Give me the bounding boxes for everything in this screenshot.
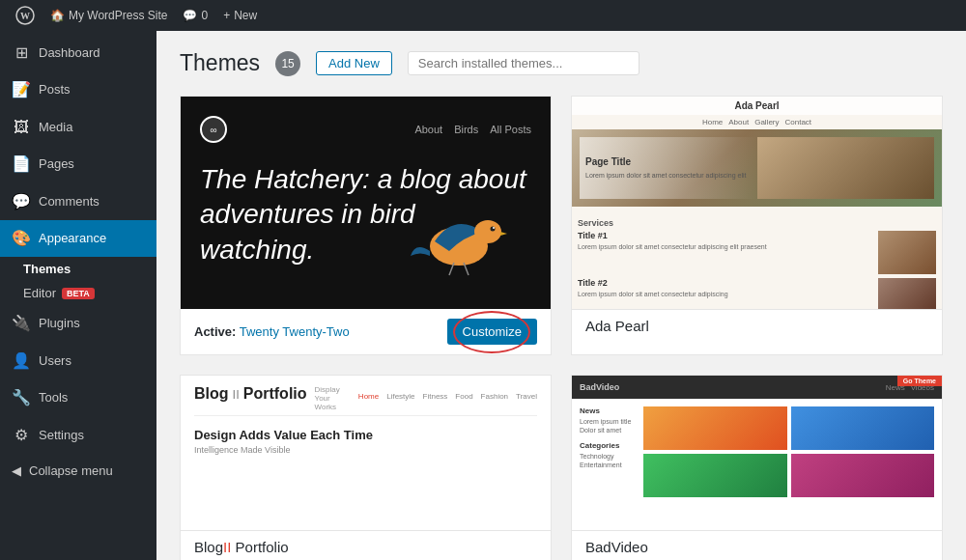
portfolio-text: Portfolio [231,539,288,555]
theme-card-ada-pearl[interactable]: Ada Pearl Home About Gallery Contact Pag… [571,96,943,355]
theme-footer-twenty-twenty-two: Active: Twenty Twenty-Two Customize [181,309,551,354]
ada-pearl-text-2: Lorem ipsum dolor sit amet consectetur a… [578,290,872,299]
sidebar-item-comments[interactable]: 💬 Comments [0,183,156,220]
bp-nav-fitness: Fitness [423,392,448,401]
sidebar-item-posts[interactable]: 📝 Posts [0,71,156,108]
theme-card-twenty-twenty-two[interactable]: ∞ About Birds All Posts The Hatchery: a … [180,96,552,355]
comments-button[interactable]: 💬 0 [175,0,215,31]
themes-count-badge: 15 [275,51,300,76]
sidebar-item-dashboard[interactable]: ⊞ Dashboard [0,35,156,71]
sidebar-sub-item-themes[interactable]: Themes [0,257,156,281]
collapse-menu-button[interactable]: ◀ Collapse menu [0,454,156,488]
page-header: Themes 15 Add New [180,50,943,76]
users-label: Users [39,352,71,370]
nav-about: About [414,124,442,135]
bv-banner-text: Go Theme [897,376,942,386]
nav-birds: Birds [454,124,478,135]
settings-icon: ⚙ [12,425,31,446]
posts-label: Posts [39,81,71,98]
bp-name: Portfolio [243,385,307,403]
bp-divider [194,415,537,416]
theme-nav-links: About Birds All Posts [414,124,531,135]
home-icon: 🏠 [50,9,65,22]
new-label: New [234,9,257,22]
sidebar-sub-item-editor[interactable]: Editor beta [0,281,156,305]
bp-nav-travel: Travel [516,392,537,401]
theme-nav: ∞ About Birds All Posts [200,116,531,143]
dashboard-icon: ⊞ [12,42,31,64]
customize-button[interactable]: Customize [447,319,537,345]
ada-pearl-row-1: Title #1 Lorem ipsum dolor sit amet cons… [578,231,936,274]
bv-logo-text: BadVideo [580,382,619,392]
bv-thumbnail-3 [643,454,787,497]
bp-article-sub: Intelligence Made Visible [194,445,537,455]
customize-btn-wrapper: Customize [447,319,537,345]
sidebar: ⊞ Dashboard 📝 Posts 🖼 Media 📄 Pages 💬 Co… [0,31,156,560]
theme-card-blog-portfolio[interactable]: Blog II Portfolio Display Your Works Hom… [180,375,552,560]
sidebar-item-pages[interactable]: 📄 Pages [0,146,156,182]
theme-name-footer-blog-portfolio: BlogII Portfolio [181,530,551,560]
theme-active-label: Active: Twenty Twenty-Two [194,324,350,339]
add-new-button[interactable]: Add New [316,51,392,75]
bv-categories-label: Categories [580,441,638,450]
sidebar-item-plugins[interactable]: 🔌 Plugins [0,305,156,342]
nav-item-1: Home [702,118,723,126]
sidebar-item-users[interactable]: 👤 Users [0,343,156,379]
sidebar-item-appearance[interactable]: 🎨 Appearance [0,220,156,257]
theme-preview-twenty-twenty-two: ∞ About Birds All Posts The Hatchery: a … [181,97,551,309]
pages-label: Pages [39,155,74,173]
bp-logo-text: Blog [194,385,229,403]
bv-thumbnail-4 [791,454,935,497]
collapse-menu-label: Collapse menu [29,463,113,478]
sidebar-item-settings[interactable]: ⚙ Settings [0,417,156,454]
bv-thumbnail-1 [643,406,787,450]
pages-icon: 📄 [12,154,31,175]
ada-pearl-title2: Title #2 [578,278,872,288]
page-title: Themes [180,50,260,76]
comments-label: Comments [39,193,99,210]
ada-pearl-content: Services Title #1 Lorem ipsum dolor sit … [572,207,942,309]
site-name-button[interactable]: 🏠 My WordPress Site [43,0,175,31]
ada-pearl-portrait [757,137,935,199]
ada-pearl-services-label: Services [578,218,936,228]
bp-nav-food: Food [455,392,472,401]
bp-nav-home: Home [358,392,379,401]
search-themes-input[interactable] [408,51,639,75]
media-icon: 🖼 [12,117,31,138]
bird-illustration [396,183,522,280]
nav-item-3: Gallery [754,118,779,126]
sidebar-item-media[interactable]: 🖼 Media [0,109,156,146]
tools-label: Tools [39,389,68,406]
bv-news-item-1: Lorem ipsum title [580,418,638,425]
tools-icon: 🔧 [12,387,31,408]
svg-text:W: W [20,11,30,21]
theme-preview-ada-pearl: Ada Pearl Home About Gallery Contact Pag… [572,97,942,309]
theme-nav-logo: ∞ [200,116,227,143]
active-theme-name: Twenty Twenty-Two [240,324,350,339]
theme-name-footer-badvideo: BadVideo [572,530,942,560]
new-content-button[interactable]: + New [215,0,265,31]
ada-pearl-row-2: Title #2 Lorem ipsum dolor sit amet cons… [578,278,936,309]
bp-article-title: Design Adds Value Each Time [194,428,537,442]
svg-point-5 [493,227,495,229]
blog-text: Blog [194,539,223,555]
settings-label: Settings [39,427,84,444]
comments-icon: 💬 [183,9,197,22]
svg-point-4 [491,227,496,232]
bp-header: Blog II Portfolio Display Your Works Hom… [194,385,537,411]
theme-card-badvideo[interactable]: BadVideo News Videos Go Theme News Lorem… [571,375,943,560]
collapse-arrow-icon: ◀ [12,463,21,478]
bp-icon: II [233,387,240,402]
sidebar-item-tools[interactable]: 🔧 Tools [0,379,156,416]
themes-sub-label: Themes [23,262,71,276]
posts-icon: 📝 [12,79,31,100]
bp-content: Design Adds Value Each Time Intelligence… [194,424,537,459]
ada-pearl-img-2 [878,278,936,309]
dashboard-label: Dashboard [39,44,100,62]
wp-logo-button[interactable]: W [8,0,43,31]
theme-preview-blog-portfolio: Blog II Portfolio Display Your Works Hom… [181,376,551,530]
bp-nav: Home Lifestyle Fitness Food Fashion Trav… [358,392,537,401]
bv-news-item-2: Dolor sit amet [580,427,638,434]
bv-header: BadVideo News Videos [572,376,942,399]
editor-sub-label: Editor [23,286,56,300]
